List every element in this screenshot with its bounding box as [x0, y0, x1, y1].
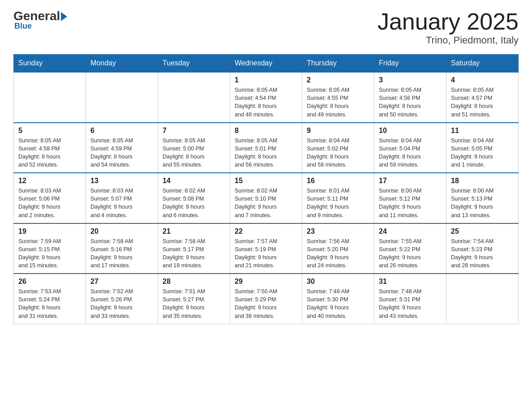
day-number: 7 [163, 127, 225, 135]
logo-arrow-icon [61, 12, 67, 21]
day-number: 8 [235, 127, 297, 135]
calendar-cell: 2Sunrise: 8:05 AM Sunset: 4:55 PM Daylig… [302, 72, 374, 123]
day-info: Sunrise: 7:50 AM Sunset: 5:29 PM Dayligh… [235, 287, 297, 320]
day-number: 31 [379, 278, 442, 286]
day-info: Sunrise: 8:05 AM Sunset: 4:54 PM Dayligh… [235, 86, 297, 119]
calendar-cell [14, 72, 86, 123]
page: General Blue January 2025 Trino, Piedmon… [0, 0, 532, 333]
calendar-table: Sunday Monday Tuesday Wednesday Thursday… [13, 54, 519, 324]
calendar-cell: 19Sunrise: 7:59 AM Sunset: 5:15 PM Dayli… [14, 223, 86, 274]
calendar-cell: 28Sunrise: 7:51 AM Sunset: 5:27 PM Dayli… [158, 274, 230, 324]
calendar-cell: 25Sunrise: 7:54 AM Sunset: 5:23 PM Dayli… [446, 223, 519, 274]
day-number: 10 [379, 127, 442, 135]
day-info: Sunrise: 8:02 AM Sunset: 5:10 PM Dayligh… [235, 187, 297, 219]
week-row-2: 5Sunrise: 8:05 AM Sunset: 4:58 PM Daylig… [14, 123, 519, 173]
col-monday: Monday [86, 55, 158, 73]
day-info: Sunrise: 8:05 AM Sunset: 4:57 PM Dayligh… [451, 86, 514, 119]
week-row-5: 26Sunrise: 7:53 AM Sunset: 5:24 PM Dayli… [14, 274, 519, 324]
col-thursday: Thursday [302, 55, 374, 73]
week-row-3: 12Sunrise: 8:03 AM Sunset: 5:06 PM Dayli… [14, 173, 519, 223]
day-number: 28 [163, 278, 225, 286]
calendar-cell: 21Sunrise: 7:58 AM Sunset: 5:17 PM Dayli… [158, 223, 230, 274]
calendar-cell: 20Sunrise: 7:58 AM Sunset: 5:16 PM Dayli… [86, 223, 158, 274]
day-number: 16 [307, 177, 369, 185]
calendar-cell: 29Sunrise: 7:50 AM Sunset: 5:29 PM Dayli… [230, 274, 302, 324]
day-number: 1 [235, 76, 297, 84]
day-info: Sunrise: 7:48 AM Sunset: 5:31 PM Dayligh… [379, 287, 442, 320]
day-info: Sunrise: 7:58 AM Sunset: 5:16 PM Dayligh… [90, 237, 153, 270]
day-info: Sunrise: 8:05 AM Sunset: 4:59 PM Dayligh… [90, 137, 153, 169]
day-number: 25 [451, 227, 514, 235]
day-info: Sunrise: 8:04 AM Sunset: 5:02 PM Dayligh… [307, 137, 369, 169]
day-number: 24 [379, 227, 442, 235]
calendar-cell: 27Sunrise: 7:52 AM Sunset: 5:26 PM Dayli… [86, 274, 158, 324]
day-info: Sunrise: 7:53 AM Sunset: 5:24 PM Dayligh… [18, 287, 81, 320]
day-number: 3 [379, 76, 442, 84]
day-number: 12 [18, 177, 81, 185]
calendar-cell: 31Sunrise: 7:48 AM Sunset: 5:31 PM Dayli… [374, 274, 446, 324]
day-info: Sunrise: 8:00 AM Sunset: 5:13 PM Dayligh… [451, 187, 514, 219]
logo: General Blue [13, 9, 67, 31]
calendar-cell: 15Sunrise: 8:02 AM Sunset: 5:10 PM Dayli… [230, 173, 302, 223]
calendar-cell: 10Sunrise: 8:04 AM Sunset: 5:04 PM Dayli… [374, 123, 446, 173]
day-info: Sunrise: 7:56 AM Sunset: 5:20 PM Dayligh… [307, 237, 369, 270]
day-number: 2 [307, 76, 369, 84]
calendar-cell: 24Sunrise: 7:55 AM Sunset: 5:22 PM Dayli… [374, 223, 446, 274]
day-info: Sunrise: 8:05 AM Sunset: 5:00 PM Dayligh… [163, 137, 225, 169]
day-info: Sunrise: 7:52 AM Sunset: 5:26 PM Dayligh… [90, 287, 153, 320]
calendar-cell: 11Sunrise: 8:04 AM Sunset: 5:05 PM Dayli… [446, 123, 519, 173]
calendar-cell [158, 72, 230, 123]
calendar-cell [446, 274, 519, 324]
title-block: January 2025 Trino, Piedmont, Italy [378, 9, 519, 46]
day-info: Sunrise: 8:02 AM Sunset: 5:08 PM Dayligh… [163, 187, 225, 219]
day-number: 17 [379, 177, 442, 185]
day-number: 21 [163, 227, 225, 235]
day-info: Sunrise: 8:03 AM Sunset: 5:07 PM Dayligh… [90, 187, 153, 219]
day-info: Sunrise: 8:05 AM Sunset: 4:56 PM Dayligh… [379, 86, 442, 119]
calendar-cell: 22Sunrise: 7:57 AM Sunset: 5:19 PM Dayli… [230, 223, 302, 274]
calendar-cell: 7Sunrise: 8:05 AM Sunset: 5:00 PM Daylig… [158, 123, 230, 173]
calendar-cell: 26Sunrise: 7:53 AM Sunset: 5:24 PM Dayli… [14, 274, 86, 324]
header: General Blue January 2025 Trino, Piedmon… [13, 9, 519, 46]
day-info: Sunrise: 7:49 AM Sunset: 5:30 PM Dayligh… [307, 287, 369, 320]
calendar-cell: 16Sunrise: 8:01 AM Sunset: 5:11 PM Dayli… [302, 173, 374, 223]
day-number: 15 [235, 177, 297, 185]
day-number: 6 [90, 127, 153, 135]
col-wednesday: Wednesday [230, 55, 302, 73]
calendar-cell [86, 72, 158, 123]
day-number: 13 [90, 177, 153, 185]
day-info: Sunrise: 8:01 AM Sunset: 5:11 PM Dayligh… [307, 187, 369, 219]
day-info: Sunrise: 7:51 AM Sunset: 5:27 PM Dayligh… [163, 287, 225, 320]
calendar-cell: 8Sunrise: 8:05 AM Sunset: 5:01 PM Daylig… [230, 123, 302, 173]
day-info: Sunrise: 7:59 AM Sunset: 5:15 PM Dayligh… [18, 237, 81, 270]
calendar-cell: 12Sunrise: 8:03 AM Sunset: 5:06 PM Dayli… [14, 173, 86, 223]
day-info: Sunrise: 7:54 AM Sunset: 5:23 PM Dayligh… [451, 237, 514, 270]
day-number: 23 [307, 227, 369, 235]
col-tuesday: Tuesday [158, 55, 230, 73]
calendar-title: January 2025 [378, 9, 519, 34]
day-info: Sunrise: 7:58 AM Sunset: 5:17 PM Dayligh… [163, 237, 225, 270]
day-number: 26 [18, 278, 81, 286]
day-number: 29 [235, 278, 297, 286]
day-number: 27 [90, 278, 153, 286]
day-info: Sunrise: 8:04 AM Sunset: 5:04 PM Dayligh… [379, 137, 442, 169]
day-number: 14 [163, 177, 225, 185]
calendar-location: Trino, Piedmont, Italy [378, 34, 519, 46]
calendar-cell: 13Sunrise: 8:03 AM Sunset: 5:07 PM Dayli… [86, 173, 158, 223]
day-number: 20 [90, 227, 153, 235]
logo-blue-label: Blue [14, 21, 32, 31]
calendar-cell: 1Sunrise: 8:05 AM Sunset: 4:54 PM Daylig… [230, 72, 302, 123]
calendar-cell: 30Sunrise: 7:49 AM Sunset: 5:30 PM Dayli… [302, 274, 374, 324]
day-number: 11 [451, 127, 514, 135]
calendar-cell: 18Sunrise: 8:00 AM Sunset: 5:13 PM Dayli… [446, 173, 519, 223]
calendar-cell: 14Sunrise: 8:02 AM Sunset: 5:08 PM Dayli… [158, 173, 230, 223]
day-number: 30 [307, 278, 369, 286]
calendar-cell: 17Sunrise: 8:00 AM Sunset: 5:12 PM Dayli… [374, 173, 446, 223]
day-info: Sunrise: 8:04 AM Sunset: 5:05 PM Dayligh… [451, 137, 514, 169]
day-info: Sunrise: 8:05 AM Sunset: 4:55 PM Dayligh… [307, 86, 369, 119]
col-friday: Friday [374, 55, 446, 73]
day-info: Sunrise: 7:55 AM Sunset: 5:22 PM Dayligh… [379, 237, 442, 270]
week-row-1: 1Sunrise: 8:05 AM Sunset: 4:54 PM Daylig… [14, 72, 519, 123]
day-number: 22 [235, 227, 297, 235]
week-row-4: 19Sunrise: 7:59 AM Sunset: 5:15 PM Dayli… [14, 223, 519, 274]
